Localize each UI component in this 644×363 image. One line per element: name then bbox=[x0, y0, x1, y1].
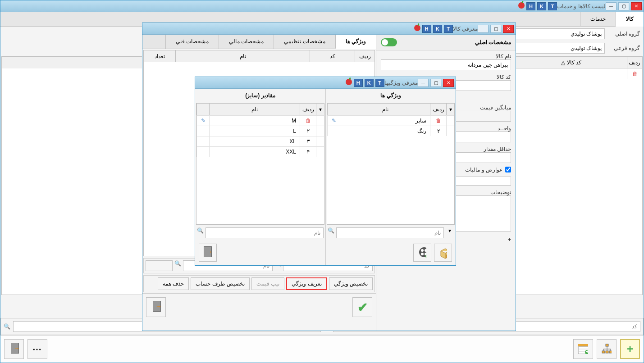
grid-col-count: تعداد bbox=[144, 50, 175, 62]
val-row: ٢ L bbox=[196, 126, 324, 136]
assign-account-button[interactable]: تخصيص طرف حساب bbox=[191, 277, 250, 290]
hotkey-t[interactable]: T bbox=[548, 2, 557, 10]
attr-title: معرفي ويژگيها bbox=[384, 80, 418, 86]
svg-rect-0 bbox=[606, 344, 608, 346]
hotkey-t[interactable]: T bbox=[444, 25, 453, 33]
hotkey-h[interactable]: H bbox=[526, 2, 535, 10]
minimize-button[interactable] bbox=[606, 2, 617, 10]
val-row: 🗑 M ✎ bbox=[196, 115, 324, 126]
grid-col-code: كد bbox=[310, 50, 355, 62]
hotkey-h[interactable]: H bbox=[354, 79, 363, 87]
attr-row: ٢ رنگ bbox=[327, 126, 454, 136]
trash-icon[interactable]: 🗑 bbox=[436, 118, 441, 124]
exit-button[interactable] bbox=[4, 339, 24, 359]
val-search[interactable] bbox=[206, 227, 324, 238]
svg-rect-3 bbox=[609, 351, 612, 353]
hotkey-k[interactable]: K bbox=[433, 25, 442, 33]
close-button[interactable] bbox=[503, 25, 514, 33]
search-icon[interactable] bbox=[4, 323, 10, 330]
edit-icon[interactable]: ✎ bbox=[201, 118, 206, 124]
svg-text:+: + bbox=[585, 349, 588, 354]
attr-col-row: رديف bbox=[430, 104, 446, 115]
hotkey-h[interactable]: H bbox=[422, 25, 431, 33]
tab-attrs[interactable]: ويژگي ها bbox=[335, 35, 376, 49]
trash-icon[interactable]: 🗑 bbox=[632, 71, 638, 77]
trash-icon[interactable]: 🗑 bbox=[306, 118, 311, 124]
maximize-button[interactable] bbox=[490, 25, 501, 33]
check-icon: ✔ bbox=[357, 300, 368, 315]
main-group-label: گروه اصلي bbox=[608, 31, 640, 37]
exit-icon bbox=[151, 301, 161, 313]
tree-button[interactable] bbox=[597, 339, 617, 359]
item-name-input[interactable] bbox=[381, 59, 511, 70]
more-button[interactable] bbox=[27, 339, 47, 359]
tab-services[interactable]: خدمات bbox=[580, 12, 616, 26]
col-code[interactable]: كد كالا △ bbox=[515, 57, 627, 68]
box-gear-icon bbox=[439, 246, 447, 259]
close-button[interactable] bbox=[443, 79, 454, 87]
val-col-name: نام bbox=[209, 104, 300, 115]
svg-rect-1 bbox=[602, 351, 605, 353]
minimize-button[interactable] bbox=[418, 79, 429, 87]
tab-goods[interactable]: كالا bbox=[616, 12, 644, 27]
confirm-button[interactable]: ✔ bbox=[352, 297, 372, 317]
maximize-button[interactable] bbox=[430, 79, 441, 87]
val-row: ٣ XL bbox=[196, 136, 324, 146]
box-gear-button[interactable] bbox=[434, 244, 452, 262]
sphere-add-button[interactable]: + bbox=[413, 244, 431, 262]
define-attr-button[interactable]: تعريف ويژگي bbox=[286, 277, 327, 290]
sphere-add-icon: + bbox=[418, 246, 426, 259]
hotkey-k[interactable]: K bbox=[365, 79, 374, 87]
app-icon bbox=[414, 25, 420, 31]
svg-point-12 bbox=[421, 249, 424, 252]
attr-search[interactable] bbox=[336, 227, 444, 238]
main-spec-heading: مشخصات اصلي bbox=[475, 39, 511, 45]
tree-icon bbox=[602, 344, 612, 354]
hotkey-k[interactable]: K bbox=[537, 2, 546, 10]
delete-all-button[interactable]: حذف همه bbox=[158, 277, 189, 290]
maximize-button[interactable] bbox=[618, 2, 629, 10]
main-title: ليست كالاها و خدمات bbox=[557, 3, 606, 9]
list-button[interactable]: + bbox=[573, 339, 593, 359]
attr-col-name: نام bbox=[340, 104, 430, 115]
minimize-button[interactable] bbox=[478, 25, 489, 33]
svg-rect-2 bbox=[606, 351, 608, 353]
tab-financial[interactable]: مشخصات مالي bbox=[219, 35, 274, 49]
search-icon[interactable] bbox=[197, 227, 204, 238]
svg-point-14 bbox=[421, 253, 424, 255]
attr-section-title: ويژگي ها bbox=[326, 89, 456, 102]
attr-window: معرفي ويژگيها T K H ويژگي ها ▾ رديف نام … bbox=[195, 77, 456, 266]
edit-icon[interactable]: ✎ bbox=[332, 118, 336, 124]
grid-col-name: نام bbox=[175, 50, 310, 62]
exit-button[interactable] bbox=[146, 297, 166, 317]
app-icon bbox=[518, 2, 525, 9]
tab-technical[interactable]: مشخصات فني bbox=[165, 35, 219, 49]
exit-button[interactable] bbox=[199, 244, 217, 262]
search-icon[interactable] bbox=[328, 227, 334, 238]
attr-titlebar: معرفي ويژگيها T K H bbox=[195, 77, 456, 89]
assign-attr-button[interactable]: تخصيص ويژگي bbox=[329, 277, 373, 290]
add-button[interactable]: + bbox=[620, 339, 640, 359]
active-toggle[interactable] bbox=[381, 38, 397, 46]
exit-icon bbox=[204, 246, 212, 259]
tax-checkbox[interactable] bbox=[505, 167, 511, 172]
svg-point-11 bbox=[419, 247, 426, 257]
price-type-button: تيپ قيمت bbox=[251, 277, 284, 290]
tab-config[interactable]: مشخصات تنظيمي bbox=[274, 35, 335, 49]
hotkey-t[interactable]: T bbox=[375, 79, 384, 87]
val-col-row: رديف bbox=[300, 104, 316, 115]
item-tabs: ويژگي ها مشخصات تنظيمي مشخصات مالي مشخصا… bbox=[142, 35, 376, 49]
search-icon[interactable] bbox=[174, 260, 181, 271]
close-button[interactable] bbox=[631, 2, 642, 10]
grid-col-row: رديف bbox=[355, 50, 375, 62]
name-label: نام كالا bbox=[381, 53, 511, 59]
plus-icon: + bbox=[627, 343, 633, 355]
item-titlebar: معرفي كالا T K H bbox=[142, 23, 516, 35]
exit-icon bbox=[9, 343, 19, 355]
sub-group-label: گروه فرعي bbox=[608, 45, 640, 51]
tax-label: عوارض و ماليات bbox=[465, 167, 502, 173]
app-icon bbox=[346, 79, 352, 85]
col-row: رديف bbox=[627, 57, 642, 68]
list-icon: + bbox=[578, 344, 588, 354]
val-section-title: مقادير (سايز) bbox=[195, 89, 325, 102]
